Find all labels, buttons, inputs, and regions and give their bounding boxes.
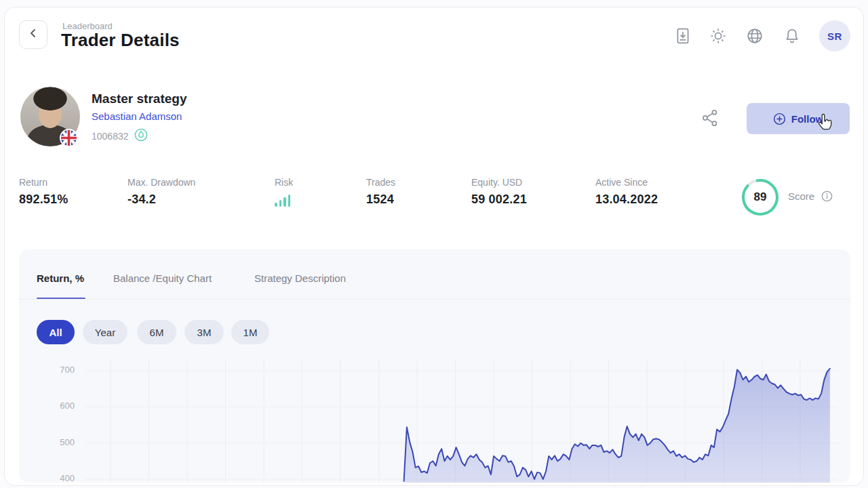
flame-badge-icon bbox=[134, 128, 148, 144]
y-tick-label: 700 bbox=[47, 365, 75, 375]
stat-label: Risk bbox=[275, 177, 293, 188]
stat-label: Equity. USD bbox=[471, 177, 527, 188]
stat-max-drawdown: Max. Drawdown -34.2 bbox=[127, 177, 195, 207]
trader-id-number: 1006832 bbox=[92, 131, 129, 142]
user-avatar[interactable]: SR bbox=[819, 20, 850, 52]
stat-active-since: Active Since 13.04.2022 bbox=[595, 177, 658, 207]
tab-balance-equity-chart[interactable]: Balance /Equity Chart bbox=[113, 272, 212, 284]
follow-button[interactable]: Follow bbox=[747, 103, 850, 134]
y-tick-label: 400 bbox=[47, 473, 75, 483]
return-area-chart bbox=[85, 359, 837, 483]
tab-strategy-description[interactable]: Strategy Description bbox=[254, 272, 346, 284]
stat-value: 13.04.2022 bbox=[595, 192, 658, 207]
stat-label: Active Since bbox=[595, 177, 658, 188]
stat-label: Return bbox=[19, 177, 68, 188]
uk-flag-icon bbox=[60, 129, 78, 147]
notifications-bell-icon[interactable] bbox=[783, 27, 801, 45]
page-title: Trader Details bbox=[61, 30, 180, 51]
range-filter-6m[interactable]: 6M bbox=[137, 320, 176, 344]
follow-button-label: Follow bbox=[791, 113, 824, 125]
stat-label: Trades bbox=[366, 177, 395, 188]
back-button[interactable] bbox=[19, 20, 47, 49]
score-label: Score bbox=[788, 190, 833, 202]
strategy-name: Master strategy bbox=[92, 92, 186, 106]
range-filter-1m[interactable]: 1M bbox=[231, 320, 269, 344]
stat-value: 59 002.21 bbox=[471, 192, 527, 207]
language-globe-icon[interactable] bbox=[746, 27, 764, 45]
y-tick-label: 500 bbox=[47, 437, 75, 447]
trader-name-link[interactable]: Sebastian Adamson bbox=[92, 110, 182, 122]
stat-return: Return 892.51% bbox=[19, 177, 68, 207]
theme-icon[interactable] bbox=[709, 27, 727, 45]
stat-value: -34.2 bbox=[127, 192, 195, 207]
range-filter-all[interactable]: All bbox=[37, 320, 75, 344]
stat-trades: Trades 1524 bbox=[366, 177, 395, 207]
trader-details-page: Leaderboard Trader Details SR Master str… bbox=[0, 0, 868, 488]
chart-card: Return, % Balance /Equity Chart Strategy… bbox=[19, 249, 850, 483]
stat-value: 892.51% bbox=[19, 192, 68, 207]
trader-id: 1006832 bbox=[92, 128, 148, 144]
stat-label: Max. Drawdown bbox=[127, 177, 195, 188]
chevron-left-icon bbox=[27, 27, 39, 42]
stat-value: 1524 bbox=[366, 192, 395, 207]
tabs-divider bbox=[19, 299, 850, 300]
risk-bars-icon bbox=[275, 195, 293, 207]
stat-equity: Equity. USD 59 002.21 bbox=[471, 177, 527, 207]
y-tick-label: 600 bbox=[47, 401, 75, 411]
tab-return-percent[interactable]: Return, % bbox=[37, 272, 84, 284]
stat-risk: Risk bbox=[275, 177, 293, 207]
plus-circle-icon bbox=[773, 113, 786, 125]
range-filter-3m[interactable]: 3M bbox=[184, 320, 224, 344]
download-icon[interactable] bbox=[674, 27, 692, 45]
info-icon[interactable] bbox=[821, 190, 833, 202]
share-icon[interactable] bbox=[701, 108, 719, 127]
range-filter-year[interactable]: Year bbox=[83, 320, 127, 344]
score-value: 89 bbox=[741, 178, 780, 217]
